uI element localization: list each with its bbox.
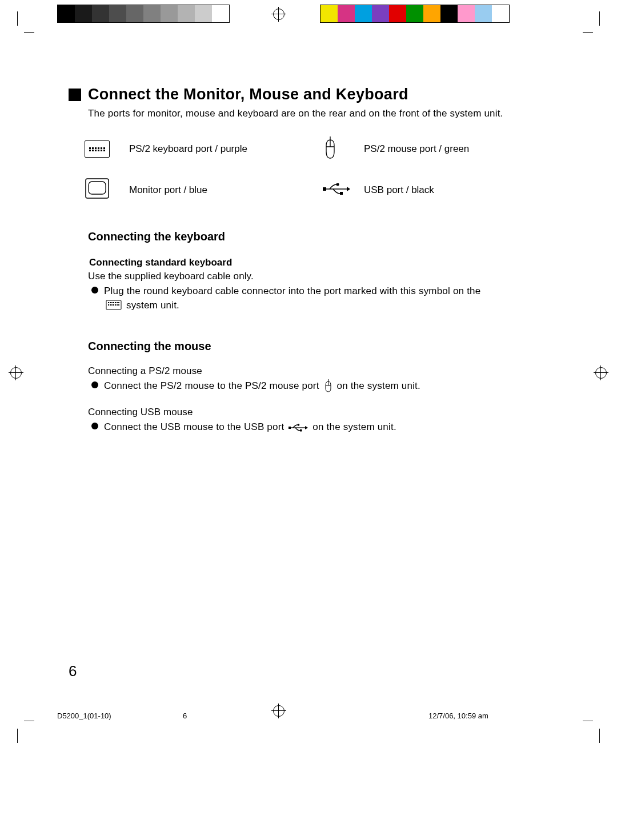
swatch: [212, 5, 229, 22]
svg-rect-18: [113, 304, 114, 306]
print-footer: D5200_1(01-10) 6 12/7/06, 10:59 am: [57, 712, 560, 720]
swatch: [338, 5, 355, 22]
svg-rect-11: [113, 302, 114, 303]
crop-mark: [17, 11, 18, 26]
monitor-port-icon: [85, 178, 120, 203]
crop-mark: [24, 721, 34, 721]
bullet-icon: [91, 287, 98, 294]
text-fragment: Connect the PS/2 mouse to the PS/2 mouse…: [104, 381, 319, 392]
keyboard-port-icon: [85, 140, 120, 158]
section-keyboard-subtitle: Connecting standard keyboard: [89, 257, 548, 268]
text-fragment: Plug the round keyboard cable connector …: [104, 286, 480, 296]
color-swatch-bar: [320, 5, 510, 23]
intro-text: The ports for monitor, mouse and keyboar…: [88, 108, 548, 119]
svg-marker-23: [305, 426, 308, 429]
swatch: [92, 5, 109, 22]
svg-rect-9: [110, 302, 111, 303]
crop-mark: [599, 729, 600, 743]
svg-rect-12: [115, 302, 116, 303]
mouse-usb-bullet-text: Connect the USB mouse to the USB port on…: [104, 420, 396, 435]
swatch: [458, 5, 475, 22]
svg-rect-20: [117, 304, 118, 306]
keyboard-port-label: PS/2 keyboard port / purple: [129, 143, 314, 155]
page-title: Connect the Monitor, Mouse and Keyboard: [88, 86, 408, 103]
svg-rect-21: [118, 304, 119, 306]
monitor-port-label: Monitor port / blue: [129, 184, 314, 196]
swatch: [440, 5, 458, 22]
swatch: [58, 5, 75, 22]
mouse-ps2-bullet-text: Connect the PS/2 mouse to the PS/2 mouse…: [104, 379, 420, 394]
keyboard-bullet-text: Plug the round keyboard cable connector …: [104, 284, 480, 312]
svg-rect-10: [111, 302, 113, 303]
square-bullet-icon: [69, 89, 81, 101]
svg-rect-13: [117, 302, 118, 303]
keyboard-bullet: Plug the round keyboard cable connector …: [88, 284, 548, 312]
swatch: [492, 5, 509, 22]
usb-inline-icon: [289, 420, 308, 435]
svg-rect-19: [115, 304, 116, 306]
bullet-icon: [91, 381, 98, 388]
swatch: [161, 5, 178, 22]
port-legend-grid: PS/2 keyboard port / purple PS/2 mouse p…: [85, 136, 548, 203]
usb-port-label: USB port / black: [364, 184, 548, 196]
svg-rect-16: [110, 304, 111, 306]
mouse-usb-label: Connecting USB mouse: [88, 407, 548, 418]
crop-mark: [583, 721, 593, 721]
section-keyboard-title: Connecting the keyboard: [88, 230, 548, 243]
mouse-port-label: PS/2 mouse port / green: [364, 143, 548, 155]
swatch: [195, 5, 212, 22]
svg-rect-1: [89, 182, 106, 194]
footer-page: 6: [183, 712, 354, 720]
swatch: [372, 5, 389, 22]
svg-marker-3: [347, 187, 350, 191]
grayscale-swatch-bar: [57, 5, 230, 23]
text-fragment: on the system unit.: [336, 381, 420, 392]
svg-rect-6: [340, 192, 343, 195]
svg-rect-17: [111, 304, 113, 306]
registration-target-icon: [271, 7, 286, 22]
swatch: [126, 5, 143, 22]
swatch: [475, 5, 492, 22]
registration-target-icon: [9, 365, 23, 380]
svg-rect-26: [300, 429, 302, 432]
svg-rect-15: [108, 304, 109, 306]
page-number: 6: [69, 662, 77, 680]
crop-mark: [24, 32, 34, 33]
mouse-ps2-label: Connecting a PS/2 mouse: [88, 365, 548, 377]
svg-rect-4: [323, 187, 326, 191]
mouse-port-icon: [323, 136, 355, 162]
crop-mark: [599, 11, 600, 26]
swatch: [389, 5, 406, 22]
page-content: Connect the Monitor, Mouse and Keyboard …: [69, 86, 548, 435]
swatch: [109, 5, 126, 22]
swatch: [143, 5, 161, 22]
registration-target-icon: [594, 365, 608, 380]
swatch: [355, 5, 372, 22]
footer-file: D5200_1(01-10): [57, 712, 183, 720]
section-mouse-title: Connecting the mouse: [88, 340, 548, 353]
svg-point-25: [298, 424, 300, 426]
usb-port-icon: [323, 183, 355, 197]
text-fragment: on the system unit.: [312, 421, 396, 432]
svg-point-5: [336, 183, 339, 186]
mouse-usb-bullet: Connect the USB mouse to the USB port on…: [88, 420, 548, 435]
footer-datetime: 12/7/06, 10:59 am: [354, 712, 560, 720]
svg-rect-24: [289, 427, 291, 429]
swatch: [423, 5, 440, 22]
keyboard-instruction-line: Use the supplied keyboard cable only.: [88, 271, 548, 282]
mouse-ps2-bullet: Connect the PS/2 mouse to the PS/2 mouse…: [88, 379, 548, 394]
svg-rect-14: [118, 302, 119, 303]
text-fragment: system unit.: [126, 300, 179, 311]
mouse-inline-icon: [324, 379, 332, 394]
svg-rect-8: [108, 302, 109, 303]
text-fragment: Connect the USB mouse to the USB port: [104, 421, 284, 432]
swatch: [406, 5, 423, 22]
bullet-icon: [91, 423, 98, 429]
swatch: [75, 5, 92, 22]
crop-mark: [583, 32, 593, 33]
crop-mark: [17, 729, 18, 743]
keyboard-inline-icon: [106, 299, 122, 313]
swatch: [178, 5, 195, 22]
swatch: [320, 5, 338, 22]
